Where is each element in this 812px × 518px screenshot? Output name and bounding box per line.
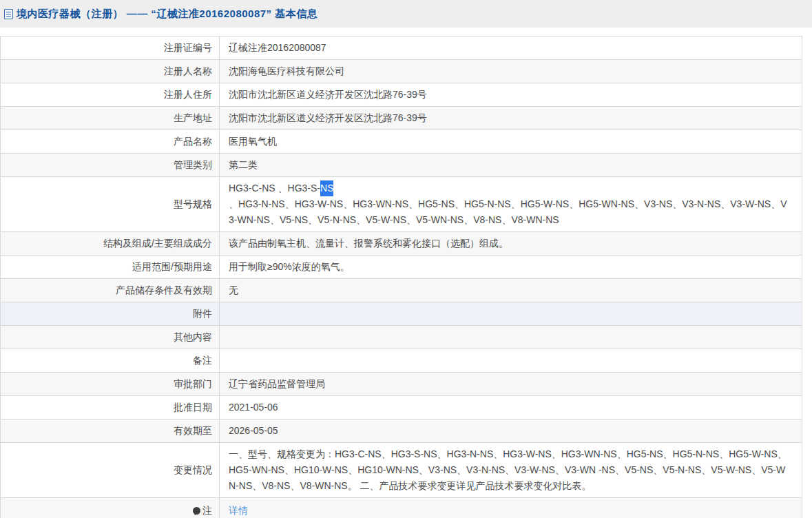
row-label: 注 xyxy=(1,498,220,518)
table-row-approval-department: 审批部门 辽宁省药品监督管理局 xyxy=(1,373,802,396)
row-value: 第二类 xyxy=(220,154,802,176)
row-value: 沈阳海龟医疗科技有限公司 xyxy=(220,60,802,83)
row-label: 适用范围/预期用途 xyxy=(1,256,220,278)
registration-info-table: 注册证编号 辽械注准20162080087 注册人名称 沈阳海龟医疗科技有限公司… xyxy=(0,36,802,518)
row-label: 注册人住所 xyxy=(1,83,220,106)
note-label: 注 xyxy=(202,503,212,518)
row-label: 生产地址 xyxy=(1,107,220,130)
table-row-registration-number: 注册证编号 辽械注准20162080087 xyxy=(1,37,802,60)
row-value xyxy=(220,302,802,325)
row-value: 详情 xyxy=(220,498,802,518)
table-row-attachments: 附件 xyxy=(1,302,802,326)
model-specs-text: 、HG3-N-NS、HG3-W-NS、HG3-WN-NS、HG5-NS、HG5-… xyxy=(229,196,792,228)
row-value xyxy=(220,326,802,349)
table-row-valid-until: 有效期至 2026-05-05 xyxy=(1,419,802,443)
table-row-change-status: 变更情况 一、型号、规格变更为：HG3-C-NS、HG3-S-NS、HG3-N-… xyxy=(1,443,802,498)
row-value: 一、型号、规格变更为：HG3-C-NS、HG3-S-NS、HG3-N-NS、HG… xyxy=(220,443,802,497)
row-label: 审批部门 xyxy=(1,373,220,395)
table-row-approval-date: 批准日期 2021-05-06 xyxy=(1,396,802,419)
row-label: 备注 xyxy=(1,349,220,372)
table-row-registrant-name: 注册人名称 沈阳海龟医疗科技有限公司 xyxy=(1,60,802,83)
row-label: 有效期至 xyxy=(1,419,220,442)
speech-balloon-icon xyxy=(193,507,200,515)
row-label: 其他内容 xyxy=(1,326,220,349)
row-label: 变更情况 xyxy=(1,443,220,497)
row-label: 产品储存条件及有效期 xyxy=(1,279,220,302)
row-label: 注册人名称 xyxy=(1,60,220,83)
row-label: 注册证编号 xyxy=(1,37,220,59)
table-row-intended-use: 适用范围/预期用途 用于制取≥90%浓度的氧气。 xyxy=(1,256,802,279)
table-row-storage-conditions: 产品储存条件及有效期 无 xyxy=(1,279,802,302)
row-value xyxy=(220,349,802,372)
page-header: 境内医疗器械（注册） —— “辽械注准20162080087” 基本信息 xyxy=(0,0,812,28)
row-label: 产品名称 xyxy=(1,130,220,153)
row-value: 2026-05-05 xyxy=(220,419,802,442)
table-row-registrant-address: 注册人住所 沈阳市沈北新区道义经济开发区沈北路76-39号 xyxy=(1,83,802,107)
page-title: 境内医疗器械（注册） —— “辽械注准20162080087” 基本信息 xyxy=(17,8,317,21)
row-value: 用于制取≥90%浓度的氧气。 xyxy=(220,256,802,278)
row-value: 沈阳市沈北新区道义经济开发区沈北路76-39号 xyxy=(220,83,802,106)
row-label: 型号规格 xyxy=(1,177,220,231)
row-value: 2021-05-06 xyxy=(220,396,802,419)
table-row-note: 注 详情 xyxy=(1,498,802,518)
model-specs-text: HG3-C-NS 、HG3-S- xyxy=(229,180,320,196)
row-label: 管理类别 xyxy=(1,154,220,176)
row-value: HG3-C-NS 、HG3-S-NS、HG3-N-NS、HG3-W-NS、HG3… xyxy=(220,177,802,231)
detail-link[interactable]: 详情 xyxy=(229,503,248,518)
table-row-structure-composition: 结构及组成/主要组成成分 该产品由制氧主机、流量计、报警系统和雾化接口（选配）组… xyxy=(1,232,802,256)
row-value: 辽械注准20162080087 xyxy=(220,37,802,59)
row-value: 该产品由制氧主机、流量计、报警系统和雾化接口（选配）组成。 xyxy=(220,232,802,255)
row-value: 无 xyxy=(220,279,802,302)
table-row-product-name: 产品名称 医用氧气机 xyxy=(1,130,802,154)
selected-text-highlight: NS xyxy=(320,180,333,196)
row-value: 辽宁省药品监督管理局 xyxy=(220,373,802,395)
row-label: 批准日期 xyxy=(1,396,220,419)
table-row-production-address: 生产地址 沈阳市沈北新区道义经济开发区沈北路76-39号 xyxy=(1,107,802,130)
row-label: 附件 xyxy=(1,302,220,325)
table-row-management-category: 管理类别 第二类 xyxy=(1,154,802,177)
row-label: 结构及组成/主要组成成分 xyxy=(1,232,220,255)
row-value: 医用氧气机 xyxy=(220,130,802,153)
table-row-other-content: 其他内容 xyxy=(1,326,802,349)
document-icon xyxy=(4,9,13,19)
row-value: 沈阳市沈北新区道义经济开发区沈北路76-39号 xyxy=(220,107,802,130)
table-row-model-specs: 型号规格 HG3-C-NS 、HG3-S-NS、HG3-N-NS、HG3-W-N… xyxy=(1,177,802,232)
table-row-remarks: 备注 xyxy=(1,349,802,373)
